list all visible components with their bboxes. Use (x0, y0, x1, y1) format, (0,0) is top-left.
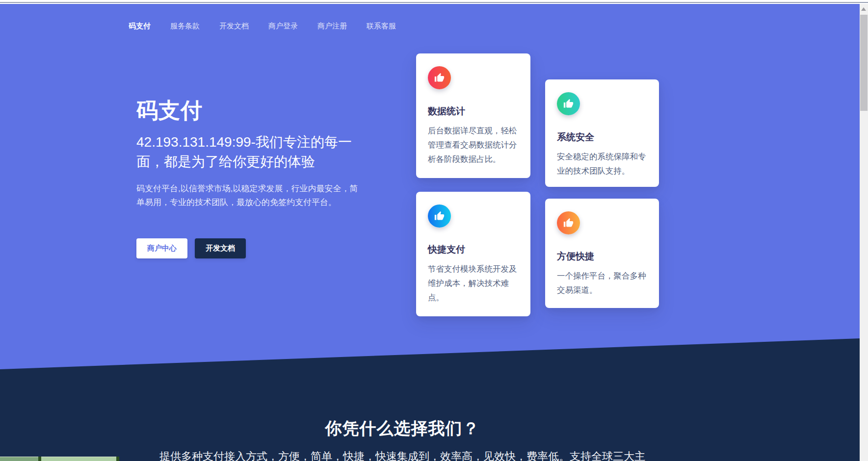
top-navigation: 码支付 服务条款 开发文档 商户登录 商户注册 联系客服 (129, 22, 396, 31)
thumb-up-icon (557, 92, 580, 115)
why-section-heading: 你凭什么选择我们？ (0, 417, 805, 440)
vertical-scrollbar[interactable] (860, 4, 868, 461)
nav-item-terms[interactable]: 服务条款 (170, 22, 200, 31)
feature-card-text: 安全稳定的系统保障和专业的技术团队支持。 (557, 150, 647, 178)
page-title: 码支付 (136, 96, 203, 125)
browser-chrome-sliver (0, 0, 868, 3)
main-content: 码支付 服务条款 开发文档 商户登录 商户注册 联系客服 码支付 42.193.… (0, 4, 860, 461)
thumb-up-icon (428, 205, 451, 228)
feature-card-system-security: 系统安全 安全稳定的系统保障和专业的技术团队支持。 (545, 79, 659, 187)
feature-card-data-stats: 数据统计 后台数据详尽直观，轻松管理查看交易数据统计分析各阶段数据占比。 (416, 53, 530, 178)
dev-docs-button[interactable]: 开发文档 (195, 238, 246, 258)
nav-item-merchant-register[interactable]: 商户注册 (317, 22, 347, 31)
feature-card-text: 一个操作平台，聚合多种交易渠道。 (557, 269, 647, 297)
thumb-up-icon (557, 211, 580, 234)
hero-buttons: 商户中心 开发文档 (136, 238, 246, 258)
merchant-center-button[interactable]: 商户中心 (136, 238, 187, 258)
nav-item-home[interactable]: 码支付 (129, 22, 151, 31)
scrollbar-thumb[interactable] (860, 15, 868, 111)
thumb-up-icon (428, 66, 451, 89)
taskbar-separator (116, 457, 119, 461)
feature-card-text: 节省支付模块系统开发及维护成本，解决技术难点。 (428, 262, 519, 305)
scrollbar-up-arrow-icon[interactable] (861, 7, 866, 11)
hero-subtitle: 42.193.131.149:99-我们专注的每一面，都是为了给你更好的体验 (136, 132, 372, 172)
feature-card-title: 系统安全 (557, 131, 647, 144)
page: 码支付 服务条款 开发文档 商户登录 商户注册 联系客服 码支付 42.193.… (0, 0, 868, 461)
feature-card-title: 方便快捷 (557, 250, 647, 263)
nav-item-merchant-login[interactable]: 商户登录 (268, 22, 298, 31)
taskbar-sliver (0, 457, 860, 461)
feature-card-convenient: 方便快捷 一个操作平台，聚合多种交易渠道。 (545, 199, 659, 308)
feature-card-text: 后台数据详尽直观，轻松管理查看交易数据统计分析各阶段数据占比。 (428, 124, 519, 166)
nav-item-contact-support[interactable]: 联系客服 (367, 22, 396, 31)
hero-description: 码支付平台,以信誉求市场,以稳定求发展，行业内最安全，简单易用，专业的技术团队，… (136, 182, 362, 209)
feature-card-title: 快捷支付 (428, 243, 519, 256)
taskbar-segment (41, 457, 116, 461)
feature-card-quick-payment: 快捷支付 节省支付模块系统开发及维护成本，解决技术难点。 (416, 192, 530, 316)
hero-section: 码支付 服务条款 开发文档 商户登录 商户注册 联系客服 码支付 42.193.… (0, 4, 860, 373)
feature-card-title: 数据统计 (428, 105, 519, 118)
nav-item-dev-docs[interactable]: 开发文档 (219, 22, 249, 31)
taskbar-segment (0, 457, 38, 461)
